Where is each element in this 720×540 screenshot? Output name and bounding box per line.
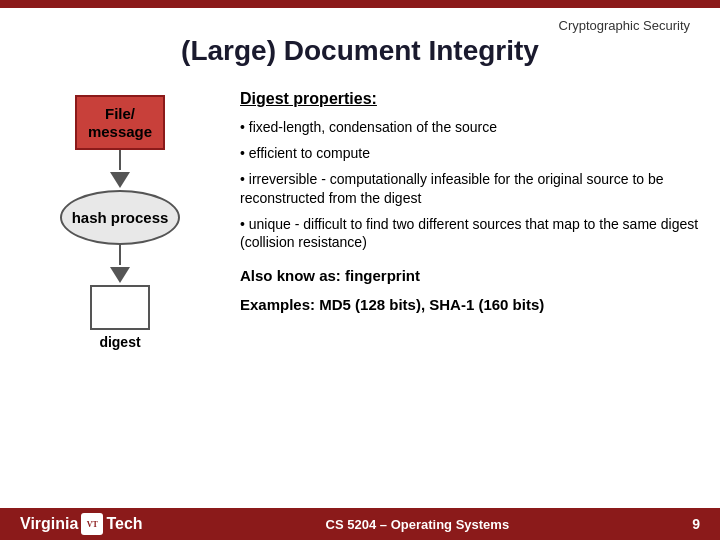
text-column: Digest properties: fixed-length, condens… bbox=[240, 85, 700, 350]
slide: Cryptographic Security (Large) Document … bbox=[0, 0, 720, 540]
page-number: 9 bbox=[692, 516, 700, 532]
bullet-list: fixed-length, condensation of the source… bbox=[240, 118, 700, 252]
file-message-box: File/ message bbox=[75, 95, 165, 150]
vt-emblem: VT bbox=[81, 513, 103, 535]
subtitle: Cryptographic Security bbox=[0, 18, 720, 33]
hash-process-oval: hash process bbox=[60, 190, 180, 245]
hash-process-label: hash process bbox=[72, 209, 169, 226]
bullet-3: irreversible - computationally infeasibl… bbox=[240, 170, 700, 208]
arrow-1 bbox=[110, 150, 130, 190]
digest-label: digest bbox=[99, 334, 140, 350]
vt-logo: Virginia VT Tech bbox=[20, 513, 143, 535]
top-bar bbox=[0, 0, 720, 8]
bullet-1: fixed-length, condensation of the source bbox=[240, 118, 700, 137]
logo-tech: Tech bbox=[106, 515, 142, 533]
logo-virginia: Virginia bbox=[20, 515, 78, 533]
diagram-column: File/ message hash process digest bbox=[20, 85, 220, 350]
main-title: (Large) Document Integrity bbox=[0, 35, 720, 67]
header: Cryptographic Security (Large) Document … bbox=[0, 8, 720, 67]
bottom-bar: Virginia VT Tech CS 5204 – Operating Sys… bbox=[0, 508, 720, 540]
file-message-label: File/ message bbox=[88, 105, 152, 141]
arrow-2 bbox=[110, 245, 130, 285]
bullet-2: efficient to compute bbox=[240, 144, 700, 163]
bullet-4: unique - difficult to find two different… bbox=[240, 215, 700, 253]
digest-props-title: Digest properties: bbox=[240, 90, 700, 108]
also-know: Also know as: fingerprint bbox=[240, 267, 700, 284]
footer-course: CS 5204 – Operating Systems bbox=[326, 517, 510, 532]
content-area: File/ message hash process digest Digest bbox=[20, 85, 700, 350]
digest-box bbox=[90, 285, 150, 330]
examples: Examples: MD5 (128 bits), SHA-1 (160 bit… bbox=[240, 296, 700, 313]
